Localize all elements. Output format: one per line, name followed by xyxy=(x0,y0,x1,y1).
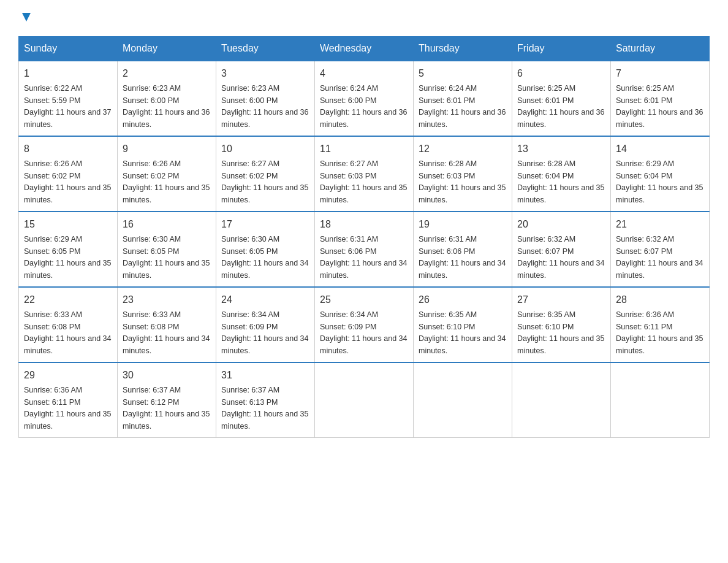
day-number: 22 xyxy=(24,293,112,307)
daylight-info: Daylight: 11 hours and 35 minutes. xyxy=(24,183,111,204)
header-friday: Friday xyxy=(512,36,611,61)
header-thursday: Thursday xyxy=(414,36,512,61)
header-tuesday: Tuesday xyxy=(216,36,315,61)
day-number: 28 xyxy=(616,293,704,307)
calendar-day-cell: 18 Sunrise: 6:31 AM Sunset: 6:06 PM Dayl… xyxy=(315,212,414,287)
day-number: 19 xyxy=(419,217,507,232)
day-number: 5 xyxy=(419,66,507,81)
sunset-info: Sunset: 6:09 PM xyxy=(320,323,376,331)
day-number: 2 xyxy=(123,66,211,81)
day-number: 15 xyxy=(24,217,112,232)
calendar-day-cell: 7 Sunrise: 6:25 AM Sunset: 6:01 PM Dayli… xyxy=(611,61,710,136)
daylight-info: Daylight: 11 hours and 35 minutes. xyxy=(517,183,604,204)
daylight-info: Daylight: 11 hours and 36 minutes. xyxy=(616,108,703,129)
sunrise-info: Sunrise: 6:23 AM xyxy=(221,84,279,93)
logo-arrow-icon xyxy=(18,12,33,24)
daylight-info: Daylight: 11 hours and 34 minutes. xyxy=(320,334,407,355)
calendar-day-cell: 21 Sunrise: 6:32 AM Sunset: 6:07 PM Dayl… xyxy=(611,212,710,287)
sunset-info: Sunset: 6:02 PM xyxy=(24,172,80,180)
calendar-day-cell: 6 Sunrise: 6:25 AM Sunset: 6:01 PM Dayli… xyxy=(512,61,611,136)
calendar-day-cell xyxy=(315,362,414,438)
calendar-day-cell: 31 Sunrise: 6:37 AM Sunset: 6:13 PM Dayl… xyxy=(216,362,315,438)
calendar-day-cell: 2 Sunrise: 6:23 AM Sunset: 6:00 PM Dayli… xyxy=(118,61,216,136)
header-saturday: Saturday xyxy=(611,36,710,61)
calendar-day-cell: 10 Sunrise: 6:27 AM Sunset: 6:02 PM Dayl… xyxy=(216,136,315,212)
sunrise-info: Sunrise: 6:36 AM xyxy=(24,386,82,394)
sunset-info: Sunset: 6:08 PM xyxy=(123,323,179,331)
sunset-info: Sunset: 6:05 PM xyxy=(24,247,80,256)
sunrise-info: Sunrise: 6:37 AM xyxy=(221,386,279,394)
sunrise-info: Sunrise: 6:37 AM xyxy=(123,386,181,394)
day-number: 17 xyxy=(221,217,309,232)
header-monday: Monday xyxy=(118,36,216,61)
calendar-day-cell: 23 Sunrise: 6:33 AM Sunset: 6:08 PM Dayl… xyxy=(118,287,216,362)
sunset-info: Sunset: 6:07 PM xyxy=(616,247,672,256)
day-number: 31 xyxy=(221,368,309,383)
sunrise-info: Sunrise: 6:34 AM xyxy=(320,310,378,319)
sunset-info: Sunset: 6:05 PM xyxy=(123,247,179,256)
day-number: 26 xyxy=(419,293,507,307)
day-number: 18 xyxy=(320,217,408,232)
sunrise-info: Sunrise: 6:31 AM xyxy=(419,235,477,243)
sunrise-info: Sunrise: 6:25 AM xyxy=(616,84,674,93)
sunrise-info: Sunrise: 6:26 AM xyxy=(123,159,181,168)
daylight-info: Daylight: 11 hours and 34 minutes. xyxy=(221,334,308,355)
day-number: 21 xyxy=(616,217,704,232)
day-number: 20 xyxy=(517,217,605,232)
calendar-day-cell: 9 Sunrise: 6:26 AM Sunset: 6:02 PM Dayli… xyxy=(118,136,216,212)
calendar-day-cell: 14 Sunrise: 6:29 AM Sunset: 6:04 PM Dayl… xyxy=(611,136,710,212)
calendar-week-row: 8 Sunrise: 6:26 AM Sunset: 6:02 PM Dayli… xyxy=(19,136,710,212)
daylight-info: Daylight: 11 hours and 36 minutes. xyxy=(320,108,407,129)
sunset-info: Sunset: 6:02 PM xyxy=(123,172,179,180)
sunset-info: Sunset: 6:00 PM xyxy=(320,96,376,105)
daylight-info: Daylight: 11 hours and 34 minutes. xyxy=(24,334,111,355)
day-number: 16 xyxy=(123,217,211,232)
sunset-info: Sunset: 6:07 PM xyxy=(517,247,574,256)
header-wednesday: Wednesday xyxy=(315,36,414,61)
calendar-day-cell: 29 Sunrise: 6:36 AM Sunset: 6:11 PM Dayl… xyxy=(19,362,118,438)
day-number: 29 xyxy=(24,368,112,383)
daylight-info: Daylight: 11 hours and 35 minutes. xyxy=(419,183,506,204)
calendar-day-cell: 19 Sunrise: 6:31 AM Sunset: 6:06 PM Dayl… xyxy=(414,212,512,287)
sunrise-info: Sunrise: 6:35 AM xyxy=(517,310,575,319)
sunset-info: Sunset: 6:01 PM xyxy=(517,96,574,105)
sunrise-info: Sunrise: 6:25 AM xyxy=(517,84,575,93)
sunset-info: Sunset: 6:10 PM xyxy=(419,323,475,331)
day-number: 27 xyxy=(517,293,605,307)
daylight-info: Daylight: 11 hours and 35 minutes. xyxy=(24,410,111,431)
sunset-info: Sunset: 6:11 PM xyxy=(24,398,80,407)
sunset-info: Sunset: 6:05 PM xyxy=(221,247,278,256)
daylight-info: Daylight: 11 hours and 35 minutes. xyxy=(616,334,703,355)
daylight-info: Daylight: 11 hours and 35 minutes. xyxy=(616,183,703,204)
calendar-day-cell: 30 Sunrise: 6:37 AM Sunset: 6:12 PM Dayl… xyxy=(118,362,216,438)
sunrise-info: Sunrise: 6:22 AM xyxy=(24,84,82,93)
calendar-table: Sunday Monday Tuesday Wednesday Thursday… xyxy=(18,36,710,438)
sunset-info: Sunset: 6:06 PM xyxy=(320,247,376,256)
sunset-info: Sunset: 6:02 PM xyxy=(221,172,278,180)
sunset-info: Sunset: 6:04 PM xyxy=(616,172,672,180)
sunrise-info: Sunrise: 6:35 AM xyxy=(419,310,477,319)
daylight-info: Daylight: 11 hours and 35 minutes. xyxy=(123,410,210,431)
sunset-info: Sunset: 6:12 PM xyxy=(123,398,179,407)
svg-marker-0 xyxy=(22,13,31,21)
calendar-day-cell: 12 Sunrise: 6:28 AM Sunset: 6:03 PM Dayl… xyxy=(414,136,512,212)
daylight-info: Daylight: 11 hours and 36 minutes. xyxy=(517,108,604,129)
sunset-info: Sunset: 6:00 PM xyxy=(221,96,278,105)
daylight-info: Daylight: 11 hours and 34 minutes. xyxy=(419,259,506,280)
calendar-day-cell: 20 Sunrise: 6:32 AM Sunset: 6:07 PM Dayl… xyxy=(512,212,611,287)
daylight-info: Daylight: 11 hours and 35 minutes. xyxy=(221,183,308,204)
sunset-info: Sunset: 6:06 PM xyxy=(419,247,475,256)
calendar-week-row: 22 Sunrise: 6:33 AM Sunset: 6:08 PM Dayl… xyxy=(19,287,710,362)
sunrise-info: Sunrise: 6:27 AM xyxy=(320,159,378,168)
day-number: 12 xyxy=(419,142,507,156)
sunset-info: Sunset: 6:10 PM xyxy=(517,323,574,331)
calendar-day-cell: 3 Sunrise: 6:23 AM Sunset: 6:00 PM Dayli… xyxy=(216,61,315,136)
sunrise-info: Sunrise: 6:26 AM xyxy=(24,159,82,168)
day-number: 7 xyxy=(616,66,704,81)
day-number: 30 xyxy=(123,368,211,383)
sunrise-info: Sunrise: 6:27 AM xyxy=(221,159,279,168)
weekday-header-row: Sunday Monday Tuesday Wednesday Thursday… xyxy=(19,36,710,61)
daylight-info: Daylight: 11 hours and 36 minutes. xyxy=(419,108,506,129)
daylight-info: Daylight: 11 hours and 35 minutes. xyxy=(24,259,111,280)
daylight-info: Daylight: 11 hours and 35 minutes. xyxy=(320,183,407,204)
